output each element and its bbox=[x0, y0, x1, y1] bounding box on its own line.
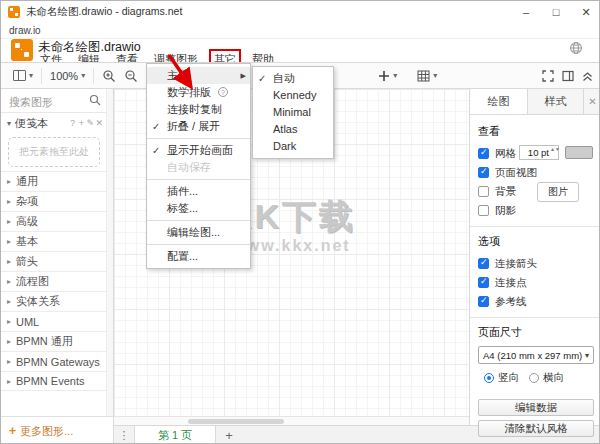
sidebar-section-misc[interactable]: ▸杂项 bbox=[1, 191, 107, 211]
grid-color-swatch[interactable] bbox=[565, 146, 593, 159]
scratchpad-help-icon[interactable]: ? bbox=[70, 118, 75, 128]
horizontal-scrollbar-thumb[interactable] bbox=[188, 419, 284, 424]
caret-down-icon: ▾ bbox=[29, 71, 33, 80]
submenu-item-auto[interactable]: ✓ 自动 bbox=[253, 70, 333, 87]
help-circle-icon: ? bbox=[218, 87, 228, 97]
caret-right-icon: ▸ bbox=[7, 357, 11, 366]
format-panel-close-icon[interactable]: ✕ bbox=[584, 89, 600, 114]
scratchpad-add-icon[interactable]: + bbox=[79, 118, 84, 128]
more-shapes-label: 更多图形... bbox=[20, 424, 73, 439]
tab-diagram[interactable]: 绘图 bbox=[470, 89, 528, 114]
horizontal-scrollbar[interactable] bbox=[114, 416, 469, 425]
portrait-radio[interactable] bbox=[484, 373, 494, 383]
clear-default-style-button[interactable]: 清除默认风格 bbox=[478, 420, 594, 437]
shape-search[interactable]: 搜索图形 bbox=[1, 89, 113, 113]
edit-data-button[interactable]: 编辑数据 bbox=[478, 399, 594, 416]
menu-item-configuration[interactable]: 配置... bbox=[147, 248, 250, 265]
image-button[interactable]: 图片 bbox=[537, 182, 579, 202]
page-tab-1[interactable]: 第 1 页 bbox=[134, 426, 216, 444]
caret-right-icon: ▸ bbox=[7, 277, 11, 286]
search-placeholder: 搜索图形 bbox=[9, 95, 53, 110]
tab-style[interactable]: 样式 bbox=[528, 89, 584, 114]
page-view-label: 页面视图 bbox=[495, 166, 537, 180]
shadow-checkbox[interactable] bbox=[478, 205, 489, 216]
collapse-toolbar-icon[interactable] bbox=[582, 70, 593, 84]
app-header: 未命名绘图.drawio 文件 编辑 查看 调整图形 其它 帮助 bbox=[1, 39, 600, 63]
sidebar-section-uml[interactable]: ▸UML bbox=[1, 311, 107, 331]
caret-right-icon: ▸ bbox=[7, 257, 11, 266]
sidebar-section-flowchart[interactable]: ▸流程图 bbox=[1, 271, 107, 291]
caret-down-icon: ▾ bbox=[81, 71, 85, 80]
app-menu-drawio[interactable]: draw.io bbox=[9, 25, 41, 36]
submenu-arrow-icon: ▶ bbox=[241, 67, 246, 84]
page-size-value: A4 (210 mm x 297 mm) bbox=[483, 350, 582, 361]
sidebar-section-basic[interactable]: ▸基本 bbox=[1, 231, 107, 251]
submenu-item-minimal[interactable]: Minimal bbox=[253, 104, 333, 121]
page-view-checkbox[interactable] bbox=[478, 167, 489, 178]
sidebar-section-er[interactable]: ▸实体关系 bbox=[1, 291, 107, 311]
page-view-dropdown[interactable]: ▾ bbox=[9, 65, 37, 87]
maximize-button[interactable]: □ bbox=[541, 1, 571, 23]
close-button[interactable]: ✕ bbox=[571, 1, 600, 23]
toolbar-divider bbox=[41, 68, 42, 84]
menu-item-tags[interactable]: 标签... bbox=[147, 200, 250, 217]
plus-icon: + bbox=[9, 424, 16, 438]
zoom-in-button[interactable] bbox=[98, 65, 120, 87]
caret-right-icon: ▸ bbox=[7, 297, 11, 306]
sidebar-section-arrows[interactable]: ▸箭头 bbox=[1, 251, 107, 271]
caret-right-icon: ▸ bbox=[7, 317, 11, 326]
sidebar-scrollbar[interactable] bbox=[106, 89, 113, 416]
page-size-select[interactable]: A4 (210 mm x 297 mm) ▾ bbox=[478, 346, 594, 364]
submenu-item-dark[interactable]: Dark bbox=[253, 138, 333, 155]
toolbar-divider bbox=[93, 68, 94, 84]
add-page-icon[interactable]: + bbox=[216, 426, 242, 444]
zoom-out-button[interactable] bbox=[120, 65, 142, 87]
menu-item-math-typesetting[interactable]: 数学排版 ? bbox=[147, 84, 250, 101]
connection-arrows-checkbox[interactable] bbox=[478, 258, 489, 269]
guides-label: 参考线 bbox=[495, 295, 527, 309]
sidebar-section-advanced[interactable]: ▸高级 bbox=[1, 211, 107, 231]
format-panel: 绘图 样式 ✕ 查看 网格 10 pt ▲▼ 页面视图 背景 图片 bbox=[469, 89, 600, 425]
guides-checkbox[interactable] bbox=[478, 296, 489, 307]
landscape-label: 横向 bbox=[543, 371, 564, 385]
background-checkbox[interactable] bbox=[478, 186, 489, 197]
extras-menu-dropdown: 主题 ▶ 数学排版 ? 连接时复制 ✓ 折叠 / 展开 ✓ 显示开始画面 自动保… bbox=[146, 63, 251, 269]
submenu-item-atlas[interactable]: Atlas bbox=[253, 121, 333, 138]
caret-right-icon: ▸ bbox=[7, 177, 11, 186]
menu-item-plugins[interactable]: 插件... bbox=[147, 183, 250, 200]
theme-submenu: ✓ 自动 Kennedy Minimal Atlas Dark bbox=[252, 66, 334, 159]
pages-menu-icon[interactable]: ⋮ bbox=[114, 426, 134, 444]
zoom-level-dropdown[interactable]: 100% ▾ bbox=[46, 65, 89, 87]
menu-item-copy-on-connect[interactable]: 连接时复制 bbox=[147, 101, 250, 118]
landscape-option[interactable]: 横向 bbox=[529, 371, 564, 385]
submenu-item-kennedy[interactable]: Kennedy bbox=[253, 87, 333, 104]
sidebar-section-bpmn-events[interactable]: ▸BPMN Events bbox=[1, 371, 107, 391]
grid-size-spinner[interactable]: ▲▼ bbox=[550, 146, 557, 159]
grid-checkbox[interactable] bbox=[478, 148, 489, 159]
format-panel-toggle-icon[interactable] bbox=[562, 70, 574, 84]
insert-dropdown[interactable]: ▾ bbox=[374, 65, 401, 87]
scratchpad-dropzone[interactable]: 把元素拖至此处 bbox=[8, 137, 100, 167]
format-tabs: 绘图 样式 ✕ bbox=[470, 89, 600, 115]
menu-item-collapse-expand[interactable]: ✓ 折叠 / 展开 bbox=[147, 118, 250, 135]
menu-item-edit-diagram[interactable]: 编辑绘图... bbox=[147, 224, 250, 241]
table-dropdown[interactable]: ▾ bbox=[413, 65, 441, 87]
sidebar-section-bpmn-general[interactable]: ▸BPMN 通用 bbox=[1, 331, 107, 351]
scratchpad-edit-icon[interactable]: ✎ bbox=[86, 118, 94, 128]
guides-row: 参考线 bbox=[478, 293, 593, 310]
connection-points-checkbox[interactable] bbox=[478, 277, 489, 288]
sidebar-section-general[interactable]: ▸通用 bbox=[1, 171, 107, 191]
scratchpad-header[interactable]: ▾ 便笺本 ? + ✎ ✕ bbox=[1, 113, 113, 133]
search-icon[interactable] bbox=[89, 94, 101, 108]
landscape-radio[interactable] bbox=[529, 373, 539, 383]
more-shapes-button[interactable]: + 更多图形... bbox=[1, 416, 114, 444]
portrait-option[interactable]: 竖向 bbox=[484, 371, 519, 385]
language-globe-icon[interactable] bbox=[569, 41, 583, 57]
minimize-button[interactable]: – bbox=[511, 1, 541, 23]
menu-item-theme[interactable]: 主题 ▶ bbox=[147, 67, 250, 84]
menu-separator bbox=[147, 179, 250, 180]
menu-item-show-start-screen[interactable]: ✓ 显示开始画面 bbox=[147, 142, 250, 159]
fullscreen-icon[interactable] bbox=[542, 70, 554, 84]
scratchpad-close-icon[interactable]: ✕ bbox=[95, 118, 103, 128]
sidebar-section-bpmn-gateways[interactable]: ▸BPMN Gateways bbox=[1, 351, 107, 371]
